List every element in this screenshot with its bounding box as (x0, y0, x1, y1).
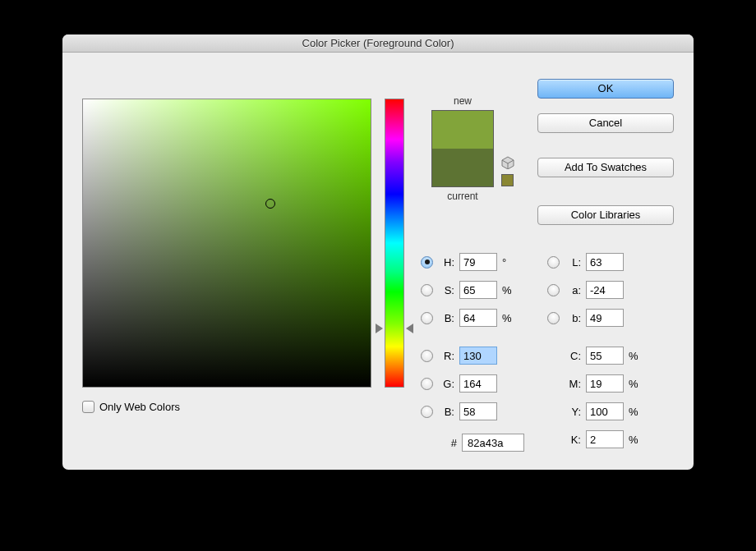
hue-input[interactable] (459, 253, 497, 271)
color-picker-window: Color Picker (Foreground Color) new curr… (62, 34, 694, 470)
color-field[interactable] (82, 99, 371, 388)
red-radio[interactable] (421, 350, 433, 362)
cancel-button[interactable]: Cancel (537, 113, 674, 133)
green-input[interactable] (459, 374, 497, 393)
magenta-label: M: (565, 378, 581, 390)
green-radio[interactable] (421, 378, 433, 390)
only-web-colors-label: Only Web Colors (99, 401, 180, 413)
cyan-unit: % (629, 350, 640, 362)
color-field-cursor[interactable] (265, 199, 275, 209)
brightness-label: B: (438, 312, 454, 324)
red-label: R: (438, 350, 454, 362)
swatch-new-color[interactable] (432, 111, 493, 149)
brightness-unit: % (502, 312, 514, 324)
lab-b-label: b: (565, 312, 581, 324)
swatch-current-color[interactable] (432, 149, 493, 186)
swatch-new-label: new (424, 95, 501, 107)
saturation-label: S: (438, 284, 454, 296)
brightness-input[interactable] (459, 309, 497, 327)
color-libraries-button[interactable]: Color Libraries (537, 205, 674, 225)
yellow-input[interactable] (586, 402, 624, 420)
lab-a-input[interactable] (586, 281, 624, 299)
cyan-input[interactable] (586, 347, 624, 365)
saturation-input[interactable] (459, 281, 497, 299)
lab-a-radio[interactable] (547, 284, 560, 296)
lab-l-input[interactable] (586, 253, 624, 271)
blue-label: B: (438, 406, 454, 418)
cyan-label: C: (565, 350, 581, 362)
hue-unit: ° (502, 256, 514, 269)
lab-a-label: a: (565, 284, 581, 296)
gamut-warning-icon[interactable] (501, 156, 514, 169)
lab-l-label: L: (565, 256, 581, 269)
ok-button[interactable]: OK (537, 79, 674, 99)
saturation-unit: % (502, 284, 514, 296)
magenta-input[interactable] (586, 374, 624, 393)
lab-b-radio[interactable] (547, 312, 560, 324)
red-input[interactable] (459, 347, 497, 365)
hue-radio[interactable] (421, 256, 433, 269)
blue-input[interactable] (459, 402, 497, 420)
brightness-radio[interactable] (421, 312, 433, 324)
window-title: Color Picker (Foreground Color) (62, 34, 694, 53)
black-unit: % (629, 434, 640, 446)
swatch-current-label: current (424, 191, 501, 202)
blue-radio[interactable] (421, 406, 433, 418)
yellow-unit: % (629, 406, 640, 418)
only-web-colors-checkbox[interactable] (82, 401, 94, 413)
hue-label: H: (438, 256, 454, 269)
lab-l-radio[interactable] (547, 256, 560, 269)
hex-hash-label: # (444, 437, 457, 449)
add-to-swatches-button[interactable]: Add To Swatches (537, 158, 674, 177)
hue-slider-handle-left[interactable] (376, 324, 383, 333)
black-input[interactable] (586, 430, 624, 448)
lab-b-input[interactable] (586, 309, 624, 327)
color-swatch (431, 110, 494, 187)
yellow-label: Y: (565, 406, 581, 418)
gamut-nearest-swatch[interactable] (501, 174, 514, 186)
saturation-radio[interactable] (421, 284, 433, 296)
hex-row: # (421, 434, 524, 452)
window-content: new current OK Cancel Add To Swatches Co… (62, 53, 694, 470)
magenta-unit: % (629, 378, 640, 390)
hue-slider-handle-right[interactable] (406, 324, 413, 333)
hue-slider[interactable] (385, 99, 404, 388)
black-label: K: (565, 434, 581, 446)
hex-input[interactable] (462, 434, 524, 452)
green-label: G: (438, 378, 454, 390)
only-web-colors-row: Only Web Colors (82, 401, 180, 413)
